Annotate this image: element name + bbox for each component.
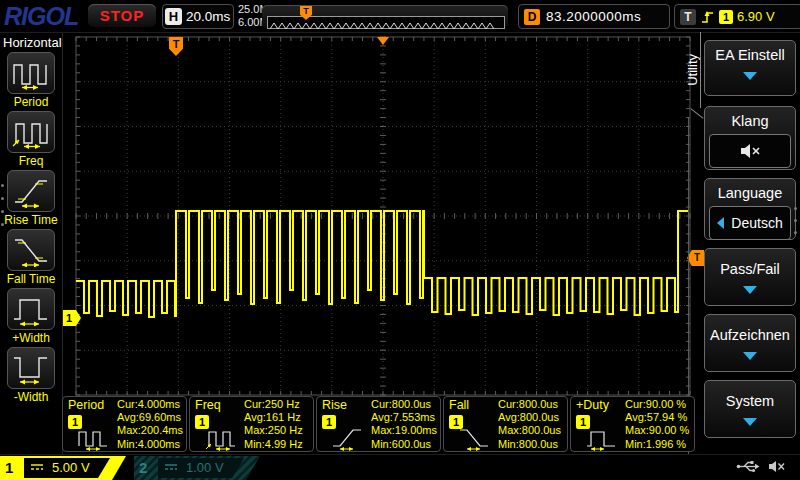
top-status-bar: RIGOL STOP H 20.0ms 25.0MSa/s 6.00M pts … [0, 0, 800, 33]
waveform-display[interactable]: T T 1 [62, 32, 706, 396]
fall-time-icon [11, 233, 51, 267]
menu-item-pos-width[interactable]: +Width [0, 288, 62, 345]
run-state-badge: STOP [88, 4, 156, 27]
softkey-ea-einstell[interactable]: EA Einstell [704, 40, 796, 96]
menu-page-dots [1, 184, 4, 226]
softkey-system[interactable]: System [704, 380, 796, 438]
speaker-muted-icon [768, 460, 786, 473]
menu-item-rise-time[interactable]: Rise Time [0, 170, 62, 227]
trigger-source-badge: 1 [719, 10, 733, 24]
oscilloscope-screen: RIGOL STOP H 20.0ms 25.0MSa/s 6.00M pts … [0, 0, 800, 480]
channel-status-bar: 1 5.00 V 2 1.00 V [0, 454, 800, 480]
measurement-bar: Period 1 Cur:4.000ms Avg:69.60ms Max:200… [62, 396, 702, 454]
status-icons [736, 460, 786, 473]
softkey-klang[interactable]: Klang [704, 106, 796, 170]
chevron-down-icon [743, 352, 757, 360]
plus-width-icon [11, 292, 51, 326]
plus-duty-icon [586, 423, 618, 451]
utility-tab: Utility [685, 54, 700, 86]
period-icon [11, 56, 51, 90]
chevron-down-icon [743, 286, 757, 294]
chevron-down-icon [743, 72, 757, 80]
menu-item-neg-width[interactable]: -Width [0, 347, 62, 404]
chevron-left-icon [717, 217, 724, 229]
record-center-icon [377, 37, 389, 45]
menu-item-period[interactable]: Period [0, 52, 62, 109]
rise-icon [332, 423, 364, 451]
delay-d-icon: D [524, 9, 540, 25]
softkey-language[interactable]: Language Deutsch [704, 178, 796, 240]
minus-width-icon [11, 351, 51, 385]
period-icon [78, 423, 110, 451]
trigger-t-icon: T [680, 9, 696, 25]
chevron-down-icon [743, 418, 757, 426]
channel1-tag[interactable]: 1 5.00 V [0, 456, 130, 480]
sound-toggle-button[interactable] [709, 134, 791, 168]
rigol-logo: RIGOL [4, 2, 78, 31]
measurement-period[interactable]: Period 1 Cur:4.000ms Avg:69.60ms Max:200… [62, 396, 187, 452]
graticule-and-waveform [62, 32, 706, 396]
horizontal-timebase-box: H 20.0ms [162, 4, 234, 29]
usb-icon [736, 460, 760, 473]
speaker-muted-icon [739, 143, 761, 159]
measurement-fall[interactable]: Fall 1 Cur:800.0us Avg:800.0us Max:800.0… [443, 396, 568, 452]
coupling-dc-icon [30, 463, 45, 472]
rising-edge-icon [700, 9, 715, 25]
rise-time-icon [11, 174, 51, 208]
menu-item-fall-time[interactable]: Fall Time [0, 229, 62, 286]
measure-menu: Horizontal Period Freq [0, 32, 63, 455]
record-zigzag-icon [268, 20, 502, 31]
trigger-position-bar[interactable]: T [262, 5, 508, 29]
freq-icon [205, 423, 237, 451]
coupling-dc-icon [164, 463, 179, 472]
record-waveform-strip [267, 16, 505, 29]
channel2-tag[interactable]: 2 1.00 V [134, 456, 264, 480]
menu-item-freq[interactable]: Freq [0, 111, 62, 168]
menu-page-dots [794, 207, 797, 234]
timebase-value: 20.0ms [186, 9, 230, 24]
fall-icon [459, 423, 491, 451]
measure-menu-title: Horizontal [3, 35, 62, 50]
horizontal-h-icon: H [165, 8, 182, 25]
measurement-duty[interactable]: +Duty 1 Cur:90.00 % Avg:57.94 % Max:90.0… [570, 396, 695, 452]
delay-box: D 83.2000000ms [518, 4, 670, 29]
trigger-level-value: 6.90 V [737, 9, 775, 24]
softkey-aufzeichnen[interactable]: Aufzeichnen [704, 314, 796, 372]
utility-menu: Utility EA Einstell Klang Language Deuts… [702, 32, 800, 455]
measurement-freq[interactable]: Freq 1 Cur:250 Hz Avg:161 Hz Max:250 Hz … [189, 396, 314, 452]
language-select[interactable]: Deutsch [709, 206, 791, 240]
freq-icon [11, 115, 51, 149]
measurement-rise[interactable]: Rise 1 Cur:800.0us Avg:7.553ms Max:19.00… [316, 396, 441, 452]
trigger-box: T 1 6.90 V [674, 4, 800, 29]
softkey-pass-fail[interactable]: Pass/Fail [704, 248, 796, 306]
delay-value: 83.2000000ms [546, 9, 641, 24]
